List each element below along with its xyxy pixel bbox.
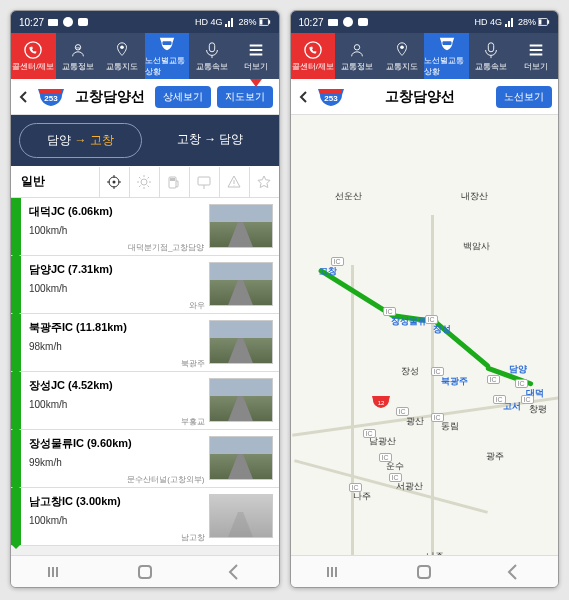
svg-rect-19 xyxy=(139,566,151,578)
back-button[interactable] xyxy=(222,560,246,584)
cctv-thumbnail[interactable] xyxy=(209,436,273,480)
ic-badge: IC xyxy=(396,407,409,416)
status-net: HD 4G xyxy=(474,17,502,27)
filter-sun[interactable] xyxy=(129,167,159,197)
map-label: 창평 xyxy=(529,403,547,416)
direction-b[interactable]: 고창 → 담양 xyxy=(150,123,271,158)
ic-badge: IC xyxy=(425,315,438,324)
ic-speed: 98km/h xyxy=(29,341,205,352)
phone-icon xyxy=(24,41,42,59)
svg-rect-11 xyxy=(209,42,214,51)
status-bar-green xyxy=(11,488,21,545)
mapview-button[interactable]: 지도보기 xyxy=(217,86,273,108)
camera-label: 대덕분기점_고창담양 xyxy=(29,242,205,253)
status-time: 10:27 xyxy=(19,17,44,28)
top-nav: 콜센터/제보 my 교통정보 교통지도 노선별교통상황 교통속보 더보기 xyxy=(11,33,279,79)
nav-more[interactable]: 더보기 xyxy=(234,33,279,79)
ic-badge: IC xyxy=(487,375,500,384)
ic-speed: 100km/h xyxy=(29,225,205,236)
map[interactable]: 12 선운산내장산백암사고창장성물류장성장성북광주담양대덕고서창평광산동림남광산… xyxy=(291,115,559,555)
my-icon: my xyxy=(69,41,87,59)
cctv-thumbnail[interactable] xyxy=(209,204,273,248)
cctv-thumbnail[interactable] xyxy=(209,494,273,538)
ic-badge: IC xyxy=(521,395,534,404)
filter-star[interactable] xyxy=(249,167,279,197)
svg-rect-5 xyxy=(259,19,262,24)
row-body: 대덕JC (6.06km)100km/h대덕분기점_고창담양 xyxy=(21,198,209,255)
nav-label: 교통정보 xyxy=(62,61,94,72)
nav-traffic-info[interactable]: 교통정보 xyxy=(335,33,380,79)
list-item[interactable]: 북광주IC (11.81km)98km/h북광주 xyxy=(11,314,279,372)
svg-rect-2 xyxy=(78,18,88,26)
ic-badge: IC xyxy=(331,257,344,266)
ic-name: 장성물류IC (9.60km) xyxy=(29,436,205,451)
nav-label: 더보기 xyxy=(244,61,268,72)
filter-bar: 일반 xyxy=(11,166,279,198)
ic-badge: IC xyxy=(493,395,506,404)
mic-icon xyxy=(203,41,221,59)
phone-left: 10:27 HD 4G 28% 콜센터/제보 my 교통정보 교통지도 노선별교… xyxy=(10,10,280,588)
status-bar-green xyxy=(11,430,21,487)
nav-traffic-map[interactable]: 교통지도 xyxy=(100,33,145,79)
svg-text:my: my xyxy=(75,46,80,50)
back-icon[interactable] xyxy=(17,90,31,104)
shield-icon xyxy=(438,35,456,53)
menu-icon xyxy=(247,41,265,59)
cctv-thumbnail[interactable] xyxy=(209,320,273,364)
home-button[interactable] xyxy=(133,560,157,584)
filter-sign[interactable] xyxy=(189,167,219,197)
nav-traffic-news[interactable]: 교통속보 xyxy=(469,33,514,79)
nav-label: 콜센터/제보 xyxy=(292,61,334,72)
nav-route-status[interactable]: 노선별교통상황 xyxy=(145,33,190,79)
recents-button[interactable] xyxy=(44,560,68,584)
map-label: 고창 xyxy=(319,265,337,278)
list-item[interactable]: 대덕JC (6.06km)100km/h대덕분기점_고창담양 xyxy=(11,198,279,256)
status-battery: 28% xyxy=(518,17,536,27)
list-item[interactable]: 남고창IC (3.00km)100km/h남고창 xyxy=(11,488,279,546)
nav-callcenter[interactable]: 콜센터/제보 xyxy=(291,33,336,79)
svg-rect-20 xyxy=(328,19,338,26)
map-label: 장성 xyxy=(401,365,419,378)
shield-icon xyxy=(158,35,176,53)
nav-traffic-map[interactable]: 교통지도 xyxy=(380,33,425,79)
ic-name: 남고창IC (3.00km) xyxy=(29,494,205,509)
svg-rect-0 xyxy=(48,19,58,26)
back-icon[interactable] xyxy=(297,90,311,104)
mic-icon xyxy=(482,41,500,59)
filter-target[interactable] xyxy=(99,167,129,197)
ic-list[interactable]: 대덕JC (6.06km)100km/h대덕분기점_고창담양담양JC (7.31… xyxy=(11,198,279,555)
back-button[interactable] xyxy=(501,560,525,584)
pin-icon xyxy=(393,41,411,59)
route-shield-icon: 253 xyxy=(317,87,345,107)
camera-label: 문수산터널(고창외부) xyxy=(29,474,205,485)
svg-rect-17 xyxy=(170,178,175,181)
nav-traffic-news[interactable]: 교통속보 xyxy=(189,33,234,79)
pin-icon xyxy=(113,41,131,59)
svg-text:12: 12 xyxy=(377,400,384,406)
list-item[interactable]: 장성JC (4.52km)100km/h부흥교 xyxy=(11,372,279,430)
cctv-thumbnail[interactable] xyxy=(209,262,273,306)
camera-label: 북광주 xyxy=(29,358,205,369)
list-item[interactable]: 장성물류IC (9.60km)99km/h문수산터널(고창외부) xyxy=(11,430,279,488)
home-button[interactable] xyxy=(412,560,436,584)
nav-label: 교통속보 xyxy=(475,61,507,72)
nav-traffic-info[interactable]: my 교통정보 xyxy=(56,33,101,79)
recents-button[interactable] xyxy=(323,560,347,584)
filter-warning[interactable] xyxy=(219,167,249,197)
nav-more[interactable]: 더보기 xyxy=(513,33,558,79)
direction-a[interactable]: 담양 → 고창 xyxy=(19,123,142,158)
ic-name: 대덕JC (6.06km) xyxy=(29,204,205,219)
list-item[interactable]: 담양JC (7.31km)100km/h와우 xyxy=(11,256,279,314)
nav-callcenter[interactable]: 콜센터/제보 xyxy=(11,33,56,79)
route-title: 고창담양선 xyxy=(351,88,491,106)
cctv-thumbnail[interactable] xyxy=(209,378,273,422)
nav-route-status[interactable]: 노선별교통상황 xyxy=(424,33,469,79)
detail-button[interactable]: 상세보기 xyxy=(155,86,211,108)
row-body: 북광주IC (11.81km)98km/h북광주 xyxy=(21,314,209,371)
lineview-button[interactable]: 노선보기 xyxy=(496,86,552,108)
map-label: 북광주 xyxy=(441,375,468,388)
status-time: 10:27 xyxy=(299,17,324,28)
filter-gas[interactable] xyxy=(159,167,189,197)
chat-icon xyxy=(62,16,74,28)
row-body: 남고창IC (3.00km)100km/h남고창 xyxy=(21,488,209,545)
